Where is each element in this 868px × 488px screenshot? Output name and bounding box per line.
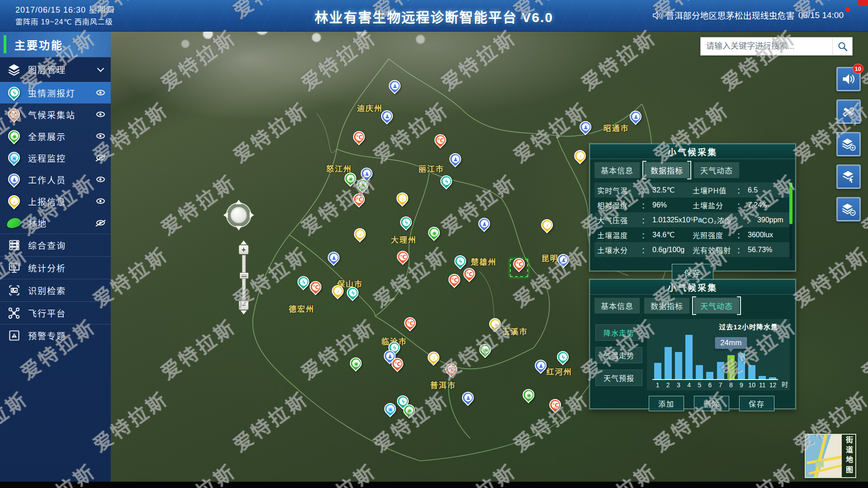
eye-slash-icon[interactable]: [96, 220, 105, 225]
server-icon: [0, 239, 28, 251]
scrollbar-thumb[interactable]: [789, 183, 793, 224]
bar-hour-11[interactable]: [759, 376, 766, 379]
eye-icon[interactable]: [96, 177, 105, 182]
bar-hour-10[interactable]: [748, 365, 755, 379]
field-label: 土壤盐分: [693, 200, 736, 211]
rainfall-chart: 过去12小时降水量 24mm 123456789101112 时: [647, 319, 790, 390]
sidebar-item-func-2[interactable]: 识别检索: [0, 279, 111, 301]
sidebar-item-report[interactable]: ♪上报信息: [0, 190, 111, 212]
notification-dot: [845, 7, 850, 12]
eye-slash-icon[interactable]: [96, 155, 105, 160]
field-value: 0.6g/100g: [652, 246, 684, 254]
subtab-气温走势[interactable]: 气温走势: [595, 347, 642, 363]
announcement-text: 普洱部分地区思茅松出现线虫危害: [666, 9, 795, 21]
panorama-pin-icon[interactable]: ◉: [6, 128, 23, 145]
bar-hour-2[interactable]: [665, 347, 672, 379]
report-glyph: ♪: [543, 221, 551, 229]
tab-数据指标[interactable]: 数据指标: [644, 162, 689, 178]
compass-hub[interactable]: [231, 207, 247, 223]
bar-hour-9[interactable]: [738, 353, 745, 379]
chevron-down-icon[interactable]: [97, 65, 104, 72]
station-pin-icon[interactable]: ℃: [6, 106, 23, 123]
eye-icon[interactable]: [96, 133, 105, 139]
station-glyph: ℃: [10, 111, 18, 118]
eye-icon[interactable]: [96, 112, 105, 117]
bar-hour-3[interactable]: [675, 352, 682, 379]
panorama-glyph: ◉: [347, 175, 354, 183]
station-glyph: ℃: [312, 283, 320, 291]
chart-subtab-list: 降水走势气温走势天气预报: [595, 319, 642, 390]
sensor-field: 大气压强：1.01325x10⁵Pa: [597, 215, 702, 225]
forest-icon: [0, 218, 28, 228]
tab-天气动态[interactable]: 天气动态: [694, 298, 739, 314]
measure-draw-tools-button[interactable]: [836, 99, 861, 124]
bar-column: [736, 353, 746, 379]
lamp-glyph: ϟ: [349, 289, 357, 297]
green-accent-bar: [4, 35, 6, 53]
report-pin-icon[interactable]: ♪: [6, 193, 23, 210]
search-button[interactable]: [832, 38, 852, 55]
subtab-降水走势[interactable]: 降水走势: [595, 324, 642, 341]
tab-天气动态[interactable]: 天气动态: [694, 162, 739, 178]
sidebar-item-panorama[interactable]: ◉全景展示: [0, 125, 111, 147]
remove-layer-button[interactable]: [836, 197, 861, 221]
sidebar-item-worker[interactable]: ♟工作人员: [0, 169, 111, 190]
field-value: 34.6℃: [652, 230, 675, 239]
sound-alerts-button[interactable]: 10: [836, 67, 861, 91]
sidebar-item-func-3[interactable]: 飞行平台: [0, 301, 111, 324]
bar-column: [684, 335, 694, 379]
monitor-pin-icon[interactable]: ▣: [6, 150, 23, 166]
bar-hour-7[interactable]: [717, 362, 724, 379]
bar-hour-6[interactable]: [706, 372, 713, 379]
sidebar-item-func-4[interactable]: 预警专题: [0, 324, 111, 347]
tab-基本信息[interactable]: 基本信息: [594, 162, 640, 178]
sidebar-item-station[interactable]: ℃气候采集站: [0, 103, 111, 125]
bar-hour-12[interactable]: [769, 377, 776, 379]
eye-icon[interactable]: [96, 198, 105, 204]
lamp-glyph: ϟ: [300, 278, 307, 286]
save-button[interactable]: 保存: [739, 396, 774, 411]
street-map-label: 街道地图: [842, 435, 855, 477]
speaker-icon: [652, 11, 662, 20]
sidebar-item-func-1[interactable]: 统计分析: [0, 256, 111, 279]
panorama-glyph: ◉: [481, 346, 489, 354]
zoom-thumb[interactable]: [240, 272, 249, 279]
bar-hour-1[interactable]: [654, 363, 661, 379]
station-glyph: ℃: [437, 136, 444, 144]
slider-down-arrow[interactable]: [241, 310, 247, 318]
add-button[interactable]: 添加: [649, 396, 684, 411]
map-pan-compass[interactable]: [226, 202, 251, 228]
announcement-bar[interactable]: 普洱部分地区思茅松出现线虫危害 06/15 14:00: [652, 9, 850, 21]
tab-数据指标[interactable]: 数据指标: [644, 298, 689, 314]
sidebar-item-lamp[interactable]: ϟ虫情测报灯: [0, 82, 111, 103]
sidebar-item-forest[interactable]: 林地: [0, 212, 111, 234]
subtab-天气预报[interactable]: 天气预报: [595, 370, 642, 386]
panel-scrollbar[interactable]: [789, 183, 793, 258]
worker-pin-icon[interactable]: ♟: [6, 171, 23, 188]
eye-icon[interactable]: [96, 90, 105, 95]
zoom-out-button[interactable]: −: [239, 300, 249, 310]
bar-column: [663, 347, 673, 379]
street-map-toggle[interactable]: 街道地图: [805, 434, 856, 478]
field-value: 56.73%: [748, 246, 772, 254]
map-zoom-slider[interactable]: + −: [238, 237, 249, 318]
sensor-field: 实时气温：32.5℃: [597, 185, 693, 196]
field-colon: ：: [642, 230, 649, 240]
field-label: 土壤PH值: [693, 185, 736, 196]
zoom-track[interactable]: [242, 255, 246, 300]
add-layer-button[interactable]: [836, 132, 861, 156]
select-layer-button[interactable]: [836, 164, 861, 189]
sidebar-item-layer-management[interactable]: 图层管理: [0, 57, 111, 82]
lamp-pin-icon[interactable]: ϟ: [6, 84, 23, 101]
tab-基本信息[interactable]: 基本信息: [594, 298, 640, 314]
bar-hour-4[interactable]: [685, 335, 693, 379]
bar-hour-5[interactable]: [696, 365, 703, 379]
delete-button[interactable]: 删除: [694, 396, 729, 411]
sidebar-item-func-0[interactable]: 综合查询: [0, 234, 111, 256]
search-input[interactable]: [701, 38, 832, 55]
sensor-field: 光照强度：3600lux: [693, 230, 788, 240]
zoom-in-button[interactable]: +: [239, 245, 249, 254]
sidebar-item-monitor[interactable]: ▣远程监控: [0, 147, 111, 169]
slider-up-arrow[interactable]: [241, 237, 247, 244]
bar-hour-8[interactable]: [727, 355, 735, 379]
